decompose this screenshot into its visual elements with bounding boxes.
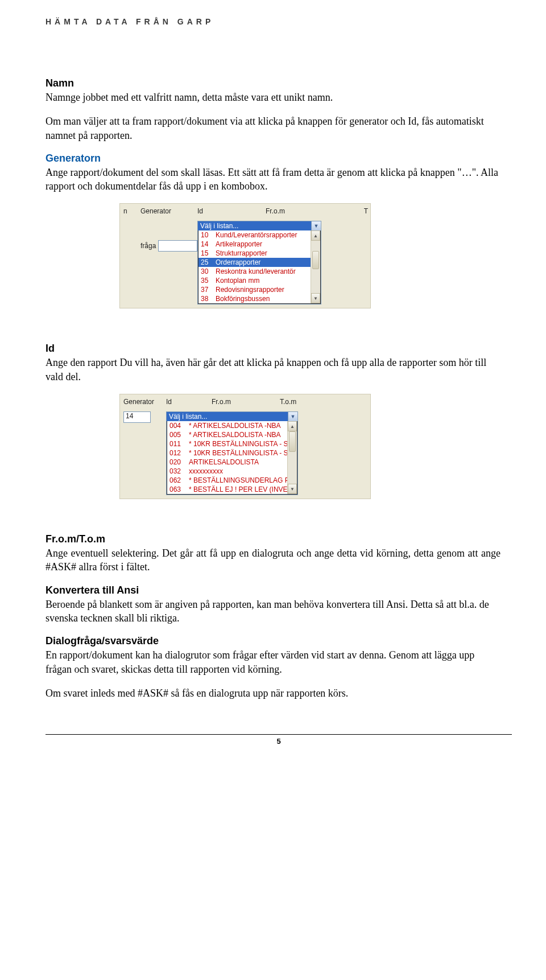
col-id: Id bbox=[197, 207, 266, 215]
scroll-up-icon[interactable]: ▲ bbox=[288, 421, 297, 431]
scrollbar[interactable]: ▲ ▼ bbox=[287, 421, 297, 494]
heading-id: Id bbox=[46, 343, 500, 355]
col-id: Id bbox=[166, 398, 212, 406]
scroll-up-icon[interactable]: ▲ bbox=[311, 230, 320, 241]
para: En rapport/dokument kan ha dialogrutor s… bbox=[46, 648, 500, 676]
dropdown-list[interactable]: 10Kund/Leverantörsrapporter14Artikelrapp… bbox=[198, 230, 321, 304]
id-dropdown[interactable]: Välj i listan... ▼ 004* ARTIKELSALDOLIST… bbox=[166, 411, 298, 495]
heading-konvertera: Konvertera till Ansi bbox=[46, 584, 500, 596]
list-item[interactable]: 020ARTIKELSALDOLISTA bbox=[167, 458, 297, 467]
running-head: HÄMTA DATA FRÅN GARP bbox=[46, 17, 500, 26]
heading-dialogfraga: Dialogfråga/svarsvärde bbox=[46, 635, 500, 647]
col-n: n bbox=[123, 207, 140, 215]
col-generator: Generator bbox=[123, 398, 166, 406]
scroll-thumb[interactable] bbox=[289, 431, 296, 452]
label-fraga: fråga bbox=[140, 242, 156, 250]
para: Ange den rapport Du vill ha, även här gå… bbox=[46, 356, 500, 384]
col-from: Fr.o.m bbox=[266, 207, 334, 215]
col-from: Fr.o.m bbox=[212, 398, 280, 406]
screenshot-generator-combo: n Generator Id Fr.o.m T fråga Välj i lis… bbox=[119, 203, 371, 308]
list-item[interactable]: 005* ARTIKELSALDOLISTA -NBA bbox=[167, 430, 297, 439]
para: Om man väljer att ta fram rapport/dokume… bbox=[46, 114, 500, 142]
scrollbar[interactable]: ▲ ▼ bbox=[311, 230, 320, 303]
col-t: T bbox=[334, 207, 368, 215]
list-item[interactable]: 10Kund/Leverantörsrapporter bbox=[198, 230, 320, 240]
list-item[interactable]: 062* BESTÄLLNINGSUNDERLAG PE bbox=[167, 476, 297, 485]
list-item[interactable]: 15Strukturrapporter bbox=[198, 249, 320, 258]
screenshot-id-combo: Generator Id Fr.o.m T.o.m 14 Välj i list… bbox=[119, 394, 371, 499]
para: Ange rapport/dokument del som skall läsa… bbox=[46, 166, 500, 193]
dropdown-button[interactable]: ▼ bbox=[311, 221, 321, 230]
list-item[interactable]: 032xxxxxxxxxx bbox=[167, 467, 297, 476]
list-item[interactable]: 35Kontoplan mm bbox=[198, 276, 320, 285]
para: Beroende på blankett som är angiven på r… bbox=[46, 598, 500, 625]
col-generator: Generator bbox=[140, 207, 197, 215]
dropdown-selected[interactable]: Välj i listan... bbox=[198, 221, 311, 230]
list-item[interactable]: 14Artikelrapporter bbox=[198, 240, 320, 249]
heading-namn: Namn bbox=[46, 77, 500, 89]
scroll-down-icon[interactable]: ▼ bbox=[288, 484, 297, 494]
para: Namnge jobbet med ett valfritt namn, det… bbox=[46, 90, 500, 104]
fraga-input[interactable] bbox=[158, 240, 197, 252]
page-number: 5 bbox=[46, 734, 512, 746]
generator-dropdown[interactable]: Välj i listan... ▼ 10Kund/Leverantörsrap… bbox=[197, 221, 321, 304]
list-item[interactable]: 38Bokföringsbussen bbox=[198, 294, 320, 303]
heading-from-tom: Fr.o.m/T.o.m bbox=[46, 533, 500, 545]
list-item[interactable]: 37Redovisningsrapporter bbox=[198, 285, 320, 294]
dropdown-list[interactable]: 004* ARTIKELSALDOLISTA -NBA005* ARTIKELS… bbox=[167, 421, 297, 495]
scroll-thumb[interactable] bbox=[312, 251, 319, 269]
para: Om svaret inleds med #ASK# så fås en dia… bbox=[46, 686, 500, 700]
list-item[interactable]: 012* 10KR BESTÄLLNINGLISTA - ST bbox=[167, 448, 297, 458]
generator-input[interactable]: 14 bbox=[123, 411, 151, 423]
list-item[interactable]: 011* 10KR BESTÄLLNINGLISTA - ST bbox=[167, 439, 297, 448]
dropdown-button[interactable]: ▼ bbox=[288, 412, 297, 421]
para: Ange eventuell selektering. Det går att … bbox=[46, 546, 500, 574]
list-item[interactable]: 004* ARTIKELSALDOLISTA -NBA bbox=[167, 421, 297, 430]
heading-generatorn: Generatorn bbox=[46, 153, 500, 164]
scroll-down-icon[interactable]: ▼ bbox=[311, 293, 320, 303]
dropdown-selected[interactable]: Välj i listan... bbox=[167, 412, 288, 421]
list-item[interactable]: 063* BESTÄLL EJ ! PER LEV (INVERT bbox=[167, 485, 297, 494]
col-to: T.o.m bbox=[280, 398, 348, 406]
list-item[interactable]: 25Orderrapporter bbox=[198, 258, 320, 267]
list-item[interactable]: 30Reskontra kund/leverantör bbox=[198, 267, 320, 276]
